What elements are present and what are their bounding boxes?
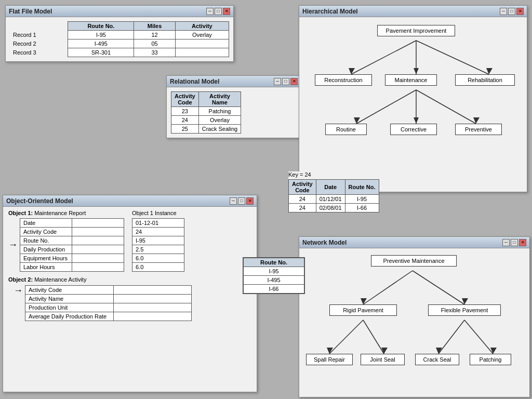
col-miles: Miles — [134, 22, 175, 31]
key-panel: Key = 24 ActivityCode Date Route No. 240… — [288, 171, 379, 212]
minimize-button[interactable]: ─ — [230, 197, 237, 205]
oo-object2-label-area: Object 2: Maintenance Activity — [8, 276, 86, 283]
svg-marker-8 — [486, 68, 493, 74]
svg-marker-22 — [436, 348, 442, 354]
oo-model-window: Object-Oriented Model ─ □ ✕ Object 1: Ma… — [3, 195, 257, 392]
close-button[interactable]: ✕ — [519, 239, 526, 246]
table-row: 6.0 — [132, 254, 184, 263]
maximize-button[interactable]: □ — [508, 8, 515, 15]
flat-file-table: Route No. Miles Activity Record 1 I-9512… — [10, 21, 229, 57]
svg-marker-6 — [349, 68, 355, 74]
network-titlebar[interactable]: Network Model ─ □ ✕ — [299, 237, 529, 248]
net-node-flexible: Flexible Pavement — [428, 304, 501, 316]
net-node-patching: Patching — [470, 354, 511, 365]
hier-node-rehabilitation: Rehabilitation — [455, 74, 515, 86]
svg-marker-11 — [473, 117, 480, 124]
partial-overlay: Route No. I-95 I-495 I-66 — [243, 257, 305, 294]
minimize-button[interactable]: ─ — [500, 8, 507, 15]
table-row: Equipment Hours — [20, 254, 124, 263]
table-row: Date — [20, 219, 124, 228]
table-row: Record 2 I-49505 — [10, 39, 229, 48]
table-row: I-495 — [244, 276, 304, 285]
svg-marker-10 — [414, 117, 419, 124]
svg-line-17 — [464, 320, 493, 354]
svg-marker-20 — [327, 348, 333, 354]
maximize-button[interactable]: □ — [511, 239, 518, 246]
flat-file-content: Route No. Miles Activity Record 1 I-9512… — [6, 17, 233, 61]
relational-titlebar[interactable]: Relational Model ─ □ ✕ — [167, 76, 301, 87]
svg-line-0 — [351, 41, 416, 74]
network-title: Network Model — [302, 239, 347, 246]
partial-col-route: Route No. — [244, 258, 304, 267]
col-activity-code: ActivityCode — [171, 92, 199, 107]
table-row: 23Patching — [171, 107, 241, 116]
key-col-route: Route No. — [345, 180, 379, 195]
hierarchical-window: Hierarchical Model ─ □ ✕ — [299, 5, 527, 192]
oo-object2-fields-table: Activity Code Activity Name Production U… — [25, 285, 192, 321]
hierarchical-controls[interactable]: ─ □ ✕ — [500, 8, 524, 15]
hier-tree-lines — [304, 22, 522, 173]
hier-node-maintenance: Maintenance — [385, 74, 437, 86]
col-activity-name: ActivityName — [198, 92, 241, 107]
network-content: Preventive Maintenance Rigid Pavement Fl… — [299, 248, 529, 389]
oo-object1-label: Object 1: Maintenance Report → Date Acti… — [8, 210, 124, 272]
hier-node-corrective: Corrective — [390, 124, 437, 135]
minimize-button[interactable]: ─ — [206, 8, 214, 15]
net-node-spall: Spall Repair — [306, 354, 353, 365]
oo-object1-section: Object 1: Maintenance Report → Date Acti… — [8, 210, 251, 272]
relational-controls[interactable]: ─ □ ✕ — [274, 78, 298, 85]
key-col-code: ActivityCode — [289, 180, 316, 195]
table-row: Production Unit — [25, 303, 192, 312]
key-label: Key = 24 — [288, 171, 379, 178]
table-row: Activity Code — [25, 286, 192, 295]
table-row: Activity Name — [25, 295, 192, 303]
oo-object1-fields-table: Date Activity Code Route No. Daily Produ… — [20, 218, 124, 272]
relational-content: ActivityCode ActivityName 23Patching 24O… — [167, 87, 301, 138]
close-button[interactable]: ✕ — [290, 78, 298, 85]
table-row: 2.5 — [132, 245, 184, 254]
oo-model-controls[interactable]: ─ □ ✕ — [230, 197, 254, 205]
table-row: Record 3 SR-30133 — [10, 48, 229, 57]
svg-marker-18 — [361, 298, 367, 304]
oo-arrow2-icon: → — [14, 285, 23, 296]
network-controls[interactable]: ─ □ ✕ — [502, 239, 526, 246]
oo-model-titlebar[interactable]: Object-Oriented Model ─ □ ✕ — [3, 195, 257, 207]
oo-object2-section: Object 2: Maintenance Activity — [8, 276, 251, 283]
svg-marker-21 — [381, 348, 388, 354]
flat-file-titlebar[interactable]: Flat File Model ─ □ ✕ — [6, 6, 233, 17]
table-row: I-95 — [244, 267, 304, 276]
table-row: Activity Code — [20, 228, 124, 236]
oo-object2-table-area: → Activity Code Activity Name Production… — [14, 285, 251, 321]
hierarchical-titlebar[interactable]: Hierarchical Model ─ □ ✕ — [299, 6, 527, 17]
hier-node-routine: Routine — [325, 124, 367, 135]
table-row: Daily Production — [20, 245, 124, 254]
flat-file-title: Flat File Model — [9, 8, 52, 15]
table-row: Average Daily Production Rate — [25, 312, 192, 321]
oo-model-title: Object-Oriented Model — [6, 197, 73, 205]
table-row: 2401/12/01I-95 — [289, 195, 379, 204]
minimize-button[interactable]: ─ — [502, 239, 510, 246]
key-col-date: Date — [316, 180, 345, 195]
network-window: Network Model ─ □ ✕ — [299, 236, 530, 397]
close-button[interactable]: ✕ — [516, 8, 524, 15]
svg-marker-23 — [490, 348, 497, 354]
svg-line-15 — [363, 320, 384, 354]
svg-line-14 — [329, 320, 363, 354]
maximize-button[interactable]: □ — [215, 8, 222, 15]
maximize-button[interactable]: □ — [238, 197, 245, 205]
minimize-button[interactable]: ─ — [274, 78, 281, 85]
oo-object1-values-table: 01-12-01 24 I-95 2.5 6.0 6.0 — [132, 218, 184, 272]
flat-file-controls[interactable]: ─ □ ✕ — [206, 8, 230, 15]
table-row: 01-12-01 — [132, 219, 184, 228]
net-root-node: Preventive Maintenance — [371, 255, 457, 267]
partial-table: Route No. I-95 I-495 I-66 — [243, 258, 304, 294]
oo-content: Object 1: Maintenance Report → Date Acti… — [3, 207, 257, 324]
table-row: 6.0 — [132, 263, 184, 272]
svg-marker-19 — [462, 298, 468, 304]
table-row: 2402/08/01I-66 — [289, 204, 379, 212]
close-button[interactable]: ✕ — [223, 8, 230, 15]
table-row: Record 1 I-9512Overlay — [10, 31, 229, 39]
maximize-button[interactable]: □ — [282, 78, 289, 85]
close-button[interactable]: ✕ — [246, 197, 254, 205]
net-node-joint: Joint Seal — [361, 354, 405, 365]
